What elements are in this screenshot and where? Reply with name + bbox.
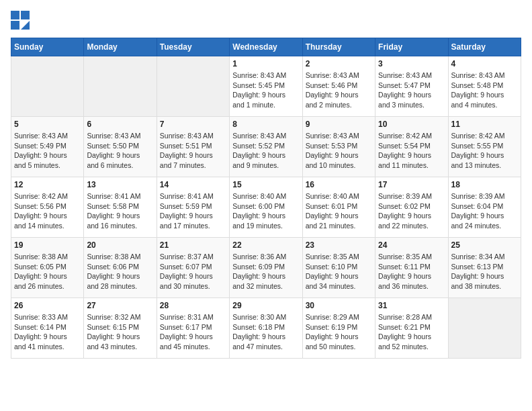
calendar-cell: [157, 56, 229, 117]
day-info: Sunrise: 8:43 AMSunset: 5:51 PMDaylight:…: [160, 131, 226, 171]
calendar-cell: 24Sunrise: 8:35 AMSunset: 6:11 PMDayligh…: [375, 238, 448, 298]
calendar-cell: 31Sunrise: 8:28 AMSunset: 6:21 PMDayligh…: [375, 298, 448, 359]
day-number: 10: [378, 120, 445, 129]
day-info: Sunrise: 8:29 AMSunset: 6:19 PMDaylight:…: [306, 312, 372, 352]
calendar-cell: 19Sunrise: 8:38 AMSunset: 6:05 PMDayligh…: [11, 238, 84, 298]
day-number: 26: [14, 301, 81, 310]
day-number: 29: [232, 301, 299, 310]
calendar-cell: 25Sunrise: 8:34 AMSunset: 6:13 PMDayligh…: [448, 238, 521, 298]
day-number: 1: [232, 59, 299, 68]
calendar-body: 1Sunrise: 8:43 AMSunset: 5:45 PMDaylight…: [11, 56, 521, 359]
calendar-cell: 11Sunrise: 8:42 AMSunset: 5:55 PMDayligh…: [448, 117, 521, 177]
header: [11, 11, 521, 30]
day-info: Sunrise: 8:43 AMSunset: 5:52 PMDaylight:…: [232, 131, 299, 171]
day-info: Sunrise: 8:41 AMSunset: 5:59 PMDaylight:…: [160, 191, 226, 231]
weekday-header: Tuesday: [157, 38, 229, 56]
day-number: 15: [232, 180, 299, 189]
weekday-header: Friday: [375, 38, 448, 56]
day-info: Sunrise: 8:38 AMSunset: 6:05 PMDaylight:…: [14, 252, 81, 291]
calendar-week-row: 1Sunrise: 8:43 AMSunset: 5:45 PMDaylight…: [11, 56, 521, 117]
weekday-header: Saturday: [448, 38, 521, 56]
calendar-cell: 10Sunrise: 8:42 AMSunset: 5:54 PMDayligh…: [375, 117, 448, 177]
day-number: 3: [378, 59, 445, 68]
day-number: 31: [378, 301, 445, 310]
day-info: Sunrise: 8:35 AMSunset: 6:10 PMDaylight:…: [306, 252, 372, 291]
calendar-cell: 5Sunrise: 8:43 AMSunset: 5:49 PMDaylight…: [11, 117, 84, 177]
calendar-cell: 4Sunrise: 8:43 AMSunset: 5:48 PMDaylight…: [448, 56, 521, 117]
day-info: Sunrise: 8:43 AMSunset: 5:45 PMDaylight:…: [232, 71, 299, 110]
calendar-cell: 26Sunrise: 8:33 AMSunset: 6:14 PMDayligh…: [11, 298, 84, 359]
day-info: Sunrise: 8:32 AMSunset: 6:15 PMDaylight:…: [87, 312, 153, 352]
calendar-cell: 2Sunrise: 8:43 AMSunset: 5:46 PMDaylight…: [302, 56, 375, 117]
weekday-header: Monday: [84, 38, 157, 56]
day-info: Sunrise: 8:38 AMSunset: 6:06 PMDaylight:…: [87, 252, 153, 291]
day-number: 19: [14, 240, 81, 250]
weekday-header-row: SundayMondayTuesdayWednesdayThursdayFrid…: [11, 38, 521, 56]
svg-rect-1: [21, 11, 30, 19]
day-info: Sunrise: 8:39 AMSunset: 6:02 PMDaylight:…: [378, 191, 445, 231]
calendar-cell: 13Sunrise: 8:41 AMSunset: 5:58 PMDayligh…: [84, 177, 157, 238]
day-number: 23: [306, 240, 372, 250]
day-info: Sunrise: 8:42 AMSunset: 5:54 PMDaylight:…: [378, 131, 445, 171]
day-number: 24: [378, 240, 445, 250]
calendar-cell: 29Sunrise: 8:30 AMSunset: 6:18 PMDayligh…: [230, 298, 302, 359]
weekday-header: Sunday: [11, 38, 84, 56]
calendar-cell: 12Sunrise: 8:42 AMSunset: 5:56 PMDayligh…: [11, 177, 84, 238]
day-info: Sunrise: 8:36 AMSunset: 6:09 PMDaylight:…: [232, 252, 299, 291]
day-number: 11: [451, 120, 518, 129]
svg-marker-3: [21, 21, 30, 30]
calendar-cell: 17Sunrise: 8:39 AMSunset: 6:02 PMDayligh…: [375, 177, 448, 238]
day-info: Sunrise: 8:28 AMSunset: 6:21 PMDaylight:…: [378, 312, 445, 352]
day-info: Sunrise: 8:37 AMSunset: 6:07 PMDaylight:…: [160, 252, 226, 291]
calendar-cell: 8Sunrise: 8:43 AMSunset: 5:52 PMDaylight…: [230, 117, 302, 177]
calendar-table: SundayMondayTuesdayWednesdayThursdayFrid…: [11, 38, 521, 359]
day-info: Sunrise: 8:42 AMSunset: 5:55 PMDaylight:…: [451, 131, 518, 171]
day-info: Sunrise: 8:43 AMSunset: 5:47 PMDaylight:…: [378, 71, 445, 110]
calendar-cell: 21Sunrise: 8:37 AMSunset: 6:07 PMDayligh…: [157, 238, 229, 298]
day-number: 21: [160, 240, 226, 250]
calendar-cell: 15Sunrise: 8:40 AMSunset: 6:00 PMDayligh…: [230, 177, 302, 238]
day-info: Sunrise: 8:39 AMSunset: 6:04 PMDaylight:…: [451, 191, 518, 231]
day-info: Sunrise: 8:40 AMSunset: 6:00 PMDaylight:…: [232, 191, 299, 231]
day-info: Sunrise: 8:43 AMSunset: 5:48 PMDaylight:…: [451, 71, 518, 110]
day-info: Sunrise: 8:34 AMSunset: 6:13 PMDaylight:…: [451, 252, 518, 291]
day-info: Sunrise: 8:43 AMSunset: 5:49 PMDaylight:…: [14, 131, 81, 171]
day-info: Sunrise: 8:42 AMSunset: 5:56 PMDaylight:…: [14, 191, 81, 231]
calendar-week-row: 19Sunrise: 8:38 AMSunset: 6:05 PMDayligh…: [11, 238, 521, 298]
calendar-cell: 30Sunrise: 8:29 AMSunset: 6:19 PMDayligh…: [302, 298, 375, 359]
svg-rect-0: [11, 11, 19, 19]
calendar-cell: 28Sunrise: 8:31 AMSunset: 6:17 PMDayligh…: [157, 298, 229, 359]
day-info: Sunrise: 8:30 AMSunset: 6:18 PMDaylight:…: [232, 312, 299, 352]
calendar-cell: 14Sunrise: 8:41 AMSunset: 5:59 PMDayligh…: [157, 177, 229, 238]
day-number: 17: [378, 180, 445, 189]
day-number: 18: [451, 180, 518, 189]
day-number: 25: [451, 240, 518, 250]
day-info: Sunrise: 8:41 AMSunset: 5:58 PMDaylight:…: [87, 191, 153, 231]
day-info: Sunrise: 8:43 AMSunset: 5:53 PMDaylight:…: [306, 131, 372, 171]
calendar-cell: 18Sunrise: 8:39 AMSunset: 6:04 PMDayligh…: [448, 177, 521, 238]
day-number: 2: [306, 59, 372, 68]
day-number: 9: [306, 120, 372, 129]
day-number: 7: [160, 120, 226, 129]
day-number: 14: [160, 180, 226, 189]
calendar-week-row: 12Sunrise: 8:42 AMSunset: 5:56 PMDayligh…: [11, 177, 521, 238]
day-info: Sunrise: 8:35 AMSunset: 6:11 PMDaylight:…: [378, 252, 445, 291]
day-number: 30: [306, 301, 372, 310]
calendar-cell: 27Sunrise: 8:32 AMSunset: 6:15 PMDayligh…: [84, 298, 157, 359]
calendar-week-row: 26Sunrise: 8:33 AMSunset: 6:14 PMDayligh…: [11, 298, 521, 359]
day-number: 20: [87, 240, 153, 250]
day-number: 28: [160, 301, 226, 310]
day-number: 4: [451, 59, 518, 68]
weekday-header: Wednesday: [230, 38, 302, 56]
calendar-cell: 23Sunrise: 8:35 AMSunset: 6:10 PMDayligh…: [302, 238, 375, 298]
calendar-cell: 22Sunrise: 8:36 AMSunset: 6:09 PMDayligh…: [230, 238, 302, 298]
svg-rect-2: [11, 21, 19, 30]
day-info: Sunrise: 8:31 AMSunset: 6:17 PMDaylight:…: [160, 312, 226, 352]
weekday-header: Thursday: [302, 38, 375, 56]
logo-icon: [11, 11, 30, 30]
day-number: 8: [232, 120, 299, 129]
calendar-week-row: 5Sunrise: 8:43 AMSunset: 5:49 PMDaylight…: [11, 117, 521, 177]
calendar-cell: 7Sunrise: 8:43 AMSunset: 5:51 PMDaylight…: [157, 117, 229, 177]
calendar-cell: 20Sunrise: 8:38 AMSunset: 6:06 PMDayligh…: [84, 238, 157, 298]
day-number: 22: [232, 240, 299, 250]
